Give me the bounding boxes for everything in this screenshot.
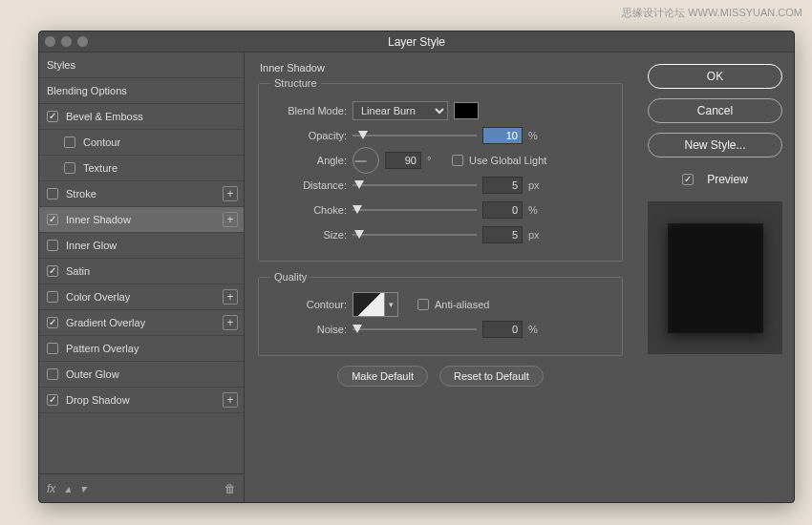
shadow-color-swatch[interactable]: [454, 102, 479, 119]
quality-group: Quality Contour: ▾ Anti-aliased Noise: %: [258, 271, 623, 356]
sidebar-item-drop-shadow[interactable]: Drop Shadow+: [39, 388, 244, 413]
distance-field[interactable]: [482, 177, 523, 194]
effect-checkbox[interactable]: [47, 111, 58, 122]
effect-checkbox[interactable]: [47, 394, 58, 406]
size-label: Size:: [270, 229, 347, 241]
add-effect-icon[interactable]: +: [223, 315, 238, 330]
choke-slider[interactable]: [353, 203, 477, 217]
global-light-label: Use Global Light: [469, 155, 546, 166]
contour-label: Contour:: [270, 299, 347, 310]
sidebar-item-label: Pattern Overlay: [66, 343, 139, 354]
effect-checkbox[interactable]: [64, 162, 75, 174]
sidebar-item-label: Color Overlay: [66, 291, 130, 303]
make-default-button[interactable]: Make Default: [337, 366, 428, 387]
quality-legend: Quality: [270, 271, 310, 283]
effect-checkbox[interactable]: [47, 317, 58, 328]
add-effect-icon[interactable]: +: [223, 289, 238, 304]
noise-label: Noise:: [270, 324, 347, 335]
sidebar-item-label: Inner Shadow: [66, 214, 131, 225]
sidebar-item-styles[interactable]: Styles: [39, 52, 244, 78]
contour-picker[interactable]: [353, 292, 385, 317]
sidebar-item-blending-options[interactable]: Blending Options: [39, 78, 244, 104]
sidebar-item-label: Stroke: [66, 188, 96, 200]
opacity-field[interactable]: [482, 127, 523, 144]
effect-checkbox[interactable]: [47, 214, 58, 225]
sidebar-item-gradient-overlay[interactable]: Gradient Overlay+: [39, 310, 244, 336]
sidebar-item-color-overlay[interactable]: Color Overlay+: [39, 284, 244, 310]
effect-checkbox[interactable]: [47, 240, 58, 251]
window-controls[interactable]: [45, 36, 88, 47]
chevron-down-icon[interactable]: ▾: [385, 292, 398, 317]
choke-label: Choke:: [270, 204, 347, 216]
global-light-checkbox[interactable]: [452, 155, 463, 166]
blend-mode-label: Blend Mode:: [270, 105, 347, 116]
blend-mode-select[interactable]: Linear Burn: [353, 101, 448, 120]
size-field[interactable]: [482, 226, 523, 243]
distance-slider[interactable]: [353, 178, 477, 192]
title-bar[interactable]: Layer Style: [39, 32, 794, 52]
add-effect-icon[interactable]: +: [223, 186, 238, 201]
angle-unit: °: [427, 155, 446, 166]
layer-style-dialog: Layer Style StylesBlending OptionsBevel …: [38, 31, 795, 503]
sidebar-item-label: Outer Glow: [66, 368, 119, 380]
opacity-slider[interactable]: [353, 129, 477, 142]
arrow-up-icon[interactable]: ▴: [65, 482, 71, 495]
close-icon[interactable]: [45, 36, 55, 47]
anti-aliased-checkbox[interactable]: [417, 299, 429, 310]
choke-field[interactable]: [482, 201, 523, 219]
noise-unit: %: [528, 324, 547, 335]
sidebar-item-inner-shadow[interactable]: Inner Shadow+: [39, 207, 244, 233]
sidebar-item-outer-glow[interactable]: Outer Glow: [39, 362, 244, 388]
sidebar-item-label: Gradient Overlay: [66, 317, 145, 328]
angle-field[interactable]: [385, 152, 421, 169]
sidebar-item-inner-glow[interactable]: Inner Glow: [39, 233, 244, 259]
new-style-button[interactable]: New Style...: [648, 133, 782, 158]
sidebar-item-label: Contour: [83, 136, 120, 148]
ok-button[interactable]: OK: [648, 64, 782, 89]
preview-thumbnail: [648, 201, 782, 354]
opacity-label: Opacity:: [270, 130, 347, 141]
sidebar-item-label: Blending Options: [47, 85, 127, 96]
sidebar-item-texture[interactable]: Texture: [39, 156, 244, 181]
dialog-title: Layer Style: [388, 35, 445, 49]
effect-checkbox[interactable]: [47, 188, 58, 200]
noise-slider[interactable]: [353, 323, 477, 336]
effect-checkbox[interactable]: [47, 368, 58, 380]
add-effect-icon[interactable]: +: [223, 212, 238, 227]
effect-checkbox[interactable]: [64, 136, 75, 148]
add-effect-icon[interactable]: +: [223, 392, 238, 408]
size-slider[interactable]: [353, 228, 477, 242]
trash-icon[interactable]: 🗑: [224, 482, 236, 495]
sidebar-item-stroke[interactable]: Stroke+: [39, 181, 244, 207]
minimize-icon[interactable]: [61, 36, 72, 47]
sidebar-item-label: Texture: [83, 162, 118, 174]
arrow-down-icon[interactable]: ▾: [80, 482, 86, 495]
sidebar-footer: fx ▴ ▾ 🗑: [39, 473, 244, 502]
sidebar-item-contour[interactable]: Contour: [39, 130, 244, 156]
effect-checkbox[interactable]: [47, 265, 58, 277]
panel-title: Inner Shadow: [258, 62, 623, 74]
cancel-button[interactable]: Cancel: [648, 98, 782, 123]
sidebar-item-label: Drop Shadow: [66, 394, 130, 406]
settings-panel: Inner Shadow Structure Blend Mode: Linea…: [245, 52, 636, 502]
sidebar-item-bevel-emboss[interactable]: Bevel & Emboss: [39, 104, 244, 130]
size-unit: px: [528, 229, 547, 241]
noise-field[interactable]: [482, 321, 523, 338]
dialog-actions: OK Cancel New Style... Preview: [636, 52, 794, 502]
effect-checkbox[interactable]: [47, 291, 58, 303]
reset-default-button[interactable]: Reset to Default: [439, 366, 544, 387]
sidebar-item-satin[interactable]: Satin: [39, 259, 244, 284]
preview-checkbox[interactable]: [682, 174, 694, 185]
angle-dial[interactable]: [353, 147, 379, 174]
sidebar-item-label: Satin: [66, 265, 90, 277]
sidebar-item-label: Styles: [47, 59, 75, 71]
sidebar-item-pattern-overlay[interactable]: Pattern Overlay: [39, 336, 244, 362]
anti-aliased-label: Anti-aliased: [435, 299, 489, 310]
structure-legend: Structure: [270, 77, 321, 89]
zoom-icon[interactable]: [77, 36, 88, 47]
angle-label: Angle:: [270, 155, 347, 166]
effect-checkbox[interactable]: [47, 343, 58, 354]
opacity-unit: %: [528, 130, 547, 141]
distance-label: Distance:: [270, 179, 347, 191]
fx-menu-icon[interactable]: fx: [47, 482, 55, 495]
